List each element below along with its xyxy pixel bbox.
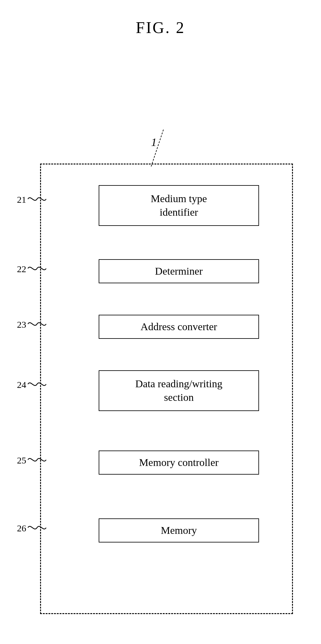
page: FIG. 2 1 21 Medium typeidentifier 22 Det… <box>0 0 321 644</box>
label-24: 24 <box>17 380 26 390</box>
svg-line-0 <box>151 130 163 167</box>
box-memory-controller: Memory controller <box>99 451 259 475</box>
label-23: 23 <box>17 319 26 330</box>
wavy-23 <box>28 316 46 332</box>
label-25: 25 <box>17 455 26 466</box>
label-connector-line <box>133 127 182 170</box>
wavy-21 <box>28 191 46 207</box>
box-memory: Memory <box>99 518 259 542</box>
box-data-reading-writing: Data reading/writingsection <box>99 370 259 411</box>
box-determiner: Determiner <box>99 259 259 283</box>
label-22: 22 <box>17 264 26 274</box>
wavy-25 <box>28 452 46 467</box>
wavy-22 <box>28 261 46 276</box>
label-26: 26 <box>17 523 26 534</box>
wavy-26 <box>28 520 46 535</box>
box-medium-type-identifier: Medium typeidentifier <box>99 185 259 226</box>
wavy-24 <box>28 376 46 392</box>
label-21: 21 <box>17 194 26 205</box>
figure-title: FIG. 2 <box>0 19 321 37</box>
box-address-converter: Address converter <box>99 315 259 339</box>
